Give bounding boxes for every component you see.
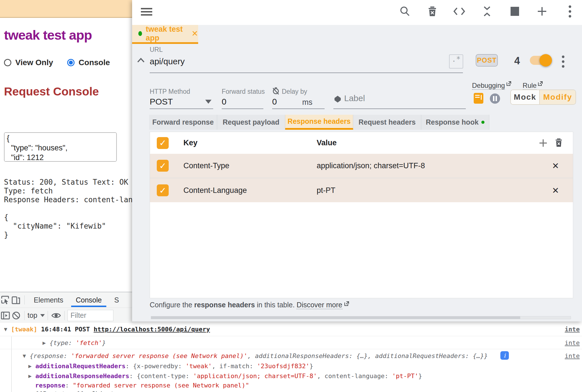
panel-horizontal-scrollbar[interactable] <box>151 316 571 319</box>
rule-tab[interactable]: tweak test app ✕ <box>132 25 198 44</box>
rule-enabled-toggle[interactable] <box>530 56 551 65</box>
more-options-icon[interactable] <box>564 5 576 18</box>
remove-row-icon[interactable]: ✕ <box>552 161 559 171</box>
rule-link[interactable]: Rule <box>523 81 543 90</box>
add-icon[interactable] <box>536 5 548 18</box>
console-prop-prototype[interactable]: ▶ [[Prototype]]: Object <box>28 390 114 392</box>
debugging-link[interactable]: Debugging <box>472 81 511 90</box>
tab-sources[interactable]: S <box>108 292 125 308</box>
header-key-cell[interactable]: Content-Language <box>183 186 247 195</box>
device-toolbar-icon[interactable] <box>11 295 22 305</box>
delete-all-icon[interactable] <box>426 5 439 18</box>
source-link[interactable]: inte <box>565 339 580 346</box>
code-icon[interactable] <box>453 5 465 18</box>
external-link-icon <box>344 301 349 306</box>
stop-icon[interactable] <box>509 5 521 18</box>
console-sidebar-icon[interactable] <box>0 310 11 321</box>
expand-triangle-icon[interactable]: ▶ <box>28 374 32 379</box>
mock-option[interactable]: Mock <box>511 90 540 104</box>
regex-toggle-button[interactable]: .* <box>449 54 463 69</box>
obj-preview: {response: <box>30 352 71 359</box>
source-link[interactable]: inte <box>565 326 580 333</box>
console-radio[interactable] <box>67 59 75 66</box>
eye-icon[interactable] <box>51 310 62 321</box>
prop-string: '23uofsdjf832' <box>257 363 309 370</box>
console-entry-response[interactable]: ▼ {response: 'forwarded server response … <box>23 352 488 359</box>
expand-triangle-icon[interactable]: ▶ <box>43 340 46 346</box>
external-link-icon <box>506 81 511 86</box>
log-url-link[interactable]: http://localhost:5006/api/query <box>94 326 210 333</box>
tab-response-headers[interactable]: Response headers <box>285 115 353 130</box>
log-badge: [twəak] <box>11 326 37 333</box>
rule-options-icon[interactable] <box>562 56 564 68</box>
row-checkbox[interactable]: ✓ <box>157 160 169 172</box>
request-console-heading: Request Console <box>4 85 99 98</box>
inspect-icon[interactable] <box>0 295 11 305</box>
obj-string: 'forwarded server response (see Network … <box>71 352 248 359</box>
console-group-header[interactable]: ▼ [twəak] 16:48:41 POST http://localhost… <box>4 326 210 333</box>
view-only-radio[interactable] <box>4 59 11 66</box>
prop-text: : <box>84 390 92 392</box>
collapse-all-icon[interactable] <box>481 5 493 18</box>
pause-icon[interactable] <box>490 93 500 104</box>
request-log-icon[interactable] <box>474 93 483 104</box>
source-link[interactable]: inte <box>565 352 580 359</box>
search-icon[interactable] <box>399 5 411 18</box>
tab-request-payload[interactable]: Request payload <box>217 115 285 130</box>
rule-tab-strip: tweak test app ✕ <box>132 25 582 46</box>
close-tab-icon[interactable]: ✕ <box>192 29 198 38</box>
toolbar-divider <box>48 311 48 320</box>
active-rule-dot <box>138 31 142 36</box>
tab-elements[interactable]: Elements <box>27 292 69 308</box>
header-value-cell[interactable]: application/json; charset=UTF-8 <box>317 161 425 170</box>
tab-request-headers[interactable]: Request headers <box>353 115 421 130</box>
header-value-cell[interactable]: pt-PT <box>317 186 335 195</box>
tab-console[interactable]: Console <box>69 292 108 308</box>
clear-console-icon[interactable] <box>11 310 22 321</box>
console-filter-input[interactable] <box>67 310 113 321</box>
obj-preview: } <box>102 339 106 346</box>
obj-preview: {type: <box>50 339 76 346</box>
collapse-triangle-icon[interactable]: ▼ <box>23 353 26 359</box>
console-log: ▼ [twəak] 16:48:41 POST http://localhost… <box>0 323 582 392</box>
tab-response-hook-label: Response hook <box>426 118 479 126</box>
page-top-banner <box>0 0 133 18</box>
request-body-textarea[interactable]: { "type": "houses", "id": 1212 <box>4 132 117 162</box>
discover-more-link[interactable]: Discover more <box>297 301 342 309</box>
delete-headers-icon[interactable] <box>555 138 563 147</box>
tab-response-hook[interactable]: Response hook <box>421 115 489 130</box>
console-prop-response-headers[interactable]: ▶ additionalResponseHeaders: {content-ty… <box>28 372 422 380</box>
method-badge: POST <box>476 54 498 67</box>
obj-preview: , additionalResponseHeaders: {…}, additi… <box>247 352 488 359</box>
row-checkbox[interactable]: ✓ <box>157 184 169 196</box>
remove-row-icon[interactable]: ✕ <box>552 186 559 195</box>
prop-key: additionalResponseHeaders <box>35 372 129 380</box>
add-header-icon[interactable] <box>539 139 547 147</box>
expand-triangle-icon[interactable]: ▶ <box>28 364 32 369</box>
console-prop-request-headers[interactable]: ▶ additionalRequestHeaders: {x-poweredby… <box>28 363 313 370</box>
devtools-tab-bar: Elements Console S <box>0 292 133 308</box>
scrollbar-thumb[interactable] <box>151 316 520 319</box>
prop-key: additionalRequestHeaders <box>35 363 126 370</box>
console-toolbar: top <box>0 308 133 323</box>
select-all-checkbox[interactable]: ✓ <box>157 137 169 149</box>
prop-text: , if-match: <box>212 363 257 370</box>
table-header-row: ✓ Key Value <box>150 132 573 154</box>
screen: tweak test app View Only Console Request… <box>0 0 582 392</box>
log-meta: 16:48:41 POST <box>41 326 90 333</box>
prop-text: : {x-poweredby: <box>126 363 186 370</box>
info-icon[interactable]: i <box>500 351 509 360</box>
panel-links: Debugging Rule <box>472 81 543 90</box>
modify-option[interactable]: Modify <box>540 90 575 104</box>
footer-text: in this table. <box>255 301 297 309</box>
menu-icon[interactable] <box>141 6 152 17</box>
prop-key: response <box>35 382 65 389</box>
rule-section-tabs: Forward response Request payload Respons… <box>149 115 489 130</box>
header-key-cell[interactable]: Content-Type <box>183 161 229 170</box>
tab-forward-response[interactable]: Forward response <box>149 115 217 130</box>
context-selector[interactable]: top <box>27 311 45 319</box>
collapse-rule-icon[interactable] <box>137 57 145 63</box>
prop-text: : <box>65 382 73 389</box>
collapse-triangle-icon[interactable]: ▼ <box>4 327 7 332</box>
console-entry-type[interactable]: ▶ {type: 'fetch'} <box>43 339 106 346</box>
